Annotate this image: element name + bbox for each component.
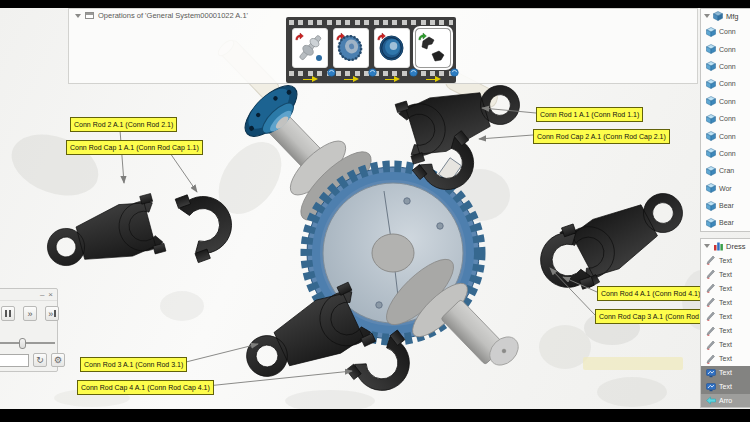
- mfg-panel-title: Mfg: [726, 12, 739, 21]
- callout-conn-rod-1[interactable]: Conn Rod 1 A.1 (Conn Rod 1.1): [536, 107, 643, 122]
- operations-panel-title: Operations of 'General System00001022 A.…: [98, 11, 248, 20]
- loop-icon: ↻: [36, 355, 44, 365]
- text-annotation-icon: [706, 340, 716, 350]
- tree-item-label: Text: [719, 341, 732, 348]
- cube-icon: [706, 131, 716, 141]
- pause-icon: [5, 310, 7, 317]
- dressup-panel-header[interactable]: Dress: [701, 239, 750, 253]
- tree-item[interactable]: Conn: [701, 93, 750, 110]
- tree-item[interactable]: Conn: [701, 23, 750, 40]
- text-annotation-icon: [706, 269, 716, 279]
- cube-icon: [706, 96, 716, 106]
- application-window: Conn Rod 2 A.1 (Conn Rod 2.1) Conn Rod C…: [0, 0, 750, 422]
- advance-arrow-icon: [344, 76, 359, 83]
- loop-button[interactable]: ↻: [33, 353, 47, 367]
- tree-item[interactable]: Bear: [701, 214, 750, 231]
- tree-item[interactable]: Conn: [701, 58, 750, 75]
- tree-item-label: Conn: [719, 115, 736, 122]
- tree-item-selected[interactable]: Text: [701, 366, 750, 380]
- operation-frame-crankshaft[interactable]: [292, 28, 328, 68]
- letterbox-bar-bottom: [0, 409, 750, 422]
- fast-forward-icon: »: [27, 309, 32, 319]
- tree-item[interactable]: Conn: [701, 145, 750, 162]
- tree-item[interactable]: Bear: [701, 197, 750, 214]
- cube-icon: [706, 166, 716, 176]
- tree-item-label: Arro: [719, 397, 732, 404]
- tree-item[interactable]: Wor: [701, 180, 750, 197]
- fast-forward-button[interactable]: »: [23, 306, 37, 321]
- text-display-icon: [706, 368, 716, 378]
- collapse-icon[interactable]: [704, 14, 710, 18]
- close-button[interactable]: ×: [48, 290, 53, 299]
- timeline-slider[interactable]: [0, 337, 55, 349]
- operation-frame-gear[interactable]: [333, 28, 369, 68]
- cube-icon: [706, 44, 716, 54]
- time-input[interactable]: [0, 354, 29, 367]
- cube-icon: [706, 201, 716, 211]
- callout-conn-rod-cap-2[interactable]: Conn Rod Cap 2 A.1 (Conn Rod Cap 2.1): [533, 129, 670, 144]
- advance-arrow-icon: [385, 76, 400, 83]
- minimize-button[interactable]: –: [40, 290, 44, 299]
- pause-icon: [9, 310, 11, 317]
- tree-item[interactable]: Text: [701, 352, 750, 366]
- tree-item[interactable]: Text: [701, 267, 750, 281]
- tree-item[interactable]: Text: [701, 281, 750, 295]
- operations-filmstrip: [286, 17, 456, 83]
- tree-item[interactable]: Conn: [701, 127, 750, 144]
- mfg-tree-panel: Mfg Conn Conn Conn Conn Conn Conn Conn C…: [700, 8, 750, 232]
- tree-item[interactable]: Text: [701, 253, 750, 267]
- tree-item-label: Text: [719, 299, 732, 306]
- cube-icon: [706, 148, 716, 158]
- tree-item-label: Text: [719, 271, 732, 278]
- operation-frame-conn-rods[interactable]: [415, 28, 451, 68]
- tree-item-label: Bear: [719, 219, 734, 226]
- skip-to-end-button[interactable]: »: [45, 306, 59, 321]
- tree-item-label: Text: [719, 257, 732, 264]
- tree-item[interactable]: Text: [701, 295, 750, 309]
- conn-rod-2[interactable]: [40, 194, 166, 281]
- dressup-panel-title: Dress: [726, 242, 746, 251]
- collapse-icon[interactable]: [75, 14, 81, 18]
- tree-item-label: Conn: [719, 98, 736, 105]
- tree-item[interactable]: Conn: [701, 40, 750, 57]
- callout-conn-rod-cap-1[interactable]: Conn Rod Cap 1 A.1 (Conn Rod Cap 1.1): [66, 140, 203, 155]
- text-display-icon: [706, 382, 716, 392]
- mfg-icon: [713, 11, 723, 21]
- pause-button[interactable]: [1, 306, 15, 321]
- tree-item[interactable]: Cran: [701, 162, 750, 179]
- tree-item-selected[interactable]: Text: [701, 380, 750, 394]
- text-annotation-icon: [706, 354, 716, 364]
- callout-conn-rod-3[interactable]: Conn Rod 3 A.1 (Conn Rod 3.1): [80, 357, 187, 372]
- tree-item-label: Text: [719, 285, 732, 292]
- filmstrip-sprocket-holes: [289, 20, 453, 25]
- tree-item-label: Text: [719, 369, 732, 376]
- skip-to-end-icon: »: [48, 309, 53, 319]
- callout-conn-rod-4[interactable]: Conn Rod 4 A.1 (Conn Rod 4.1): [597, 286, 704, 301]
- mfg-panel-header[interactable]: Mfg: [701, 9, 750, 23]
- slider-handle[interactable]: [19, 338, 26, 349]
- tree-item-selected[interactable]: Arro: [701, 394, 750, 408]
- simulation-player-panel: – × » » ↻ ⚙: [0, 288, 58, 372]
- gear-icon: ⚙: [54, 355, 62, 365]
- tree-item-label: Conn: [719, 133, 736, 140]
- arrow-annotation-icon: [706, 396, 716, 405]
- tree-item[interactable]: Text: [701, 309, 750, 323]
- settings-button[interactable]: ⚙: [51, 353, 65, 367]
- text-annotation-icon: [706, 326, 716, 336]
- cube-icon: [706, 183, 716, 193]
- tree-item-label: Bear: [719, 202, 734, 209]
- tree-item-label: Text: [719, 383, 732, 390]
- callout-conn-rod-2[interactable]: Conn Rod 2 A.1 (Conn Rod 2.1): [70, 117, 177, 132]
- collapse-icon[interactable]: [704, 244, 710, 248]
- tree-item[interactable]: Conn: [701, 75, 750, 92]
- callout-conn-rod-cap-4[interactable]: Conn Rod Cap 4 A.1 (Conn Rod Cap 4.1): [77, 380, 214, 395]
- tree-item-label: Text: [719, 355, 732, 362]
- operation-frame-pulley[interactable]: [374, 28, 410, 68]
- tree-item[interactable]: Text: [701, 323, 750, 337]
- tree-item-label: Text: [719, 313, 732, 320]
- tree-item-label: Conn: [719, 150, 736, 157]
- tree-item-label: Conn: [719, 28, 736, 35]
- tree-item[interactable]: Text: [701, 338, 750, 352]
- tree-item[interactable]: Conn: [701, 110, 750, 127]
- text-annotation-icon: [706, 283, 716, 293]
